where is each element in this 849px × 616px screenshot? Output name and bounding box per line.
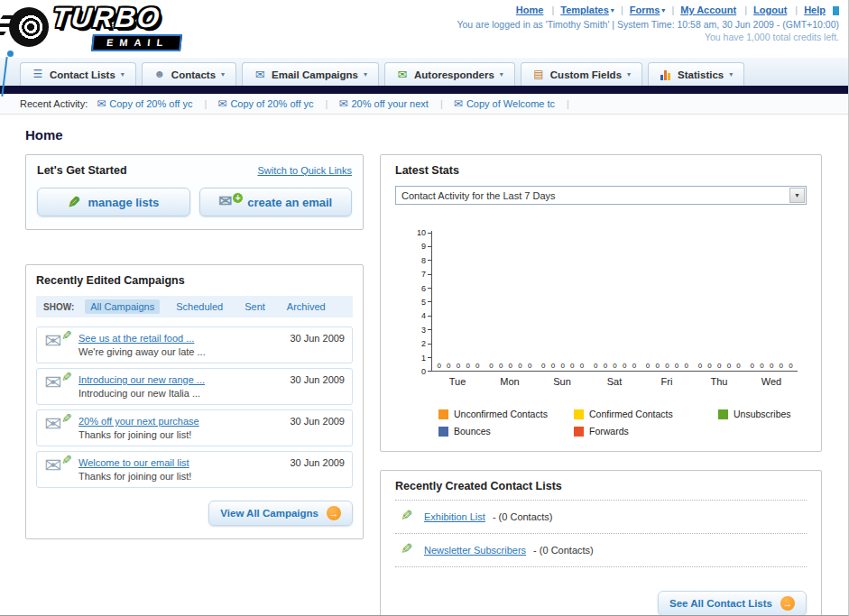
nav-tab-label: Custom Fields bbox=[550, 69, 622, 80]
see-all-contact-lists-button[interactable]: See All Contact Lists bbox=[658, 591, 807, 616]
chart-legend: Unconfirmed ContactsConfirmed ContactsUn… bbox=[438, 409, 807, 437]
chevron-down-icon: ▾ bbox=[627, 70, 631, 78]
legend-swatch bbox=[438, 409, 448, 419]
campaign-list-item[interactable]: Introducing our new range ... Introducin… bbox=[36, 368, 353, 405]
logo-email-text: EMAIL bbox=[91, 34, 182, 51]
contact-lists-title: Recently Created Contact Lists bbox=[395, 480, 562, 492]
contact-list-count: - (0 Contacts) bbox=[493, 511, 553, 522]
legend-item: Confirmed Contacts bbox=[574, 409, 718, 419]
recent-activity-item[interactable]: 20% off your next bbox=[338, 97, 450, 110]
top-nav-link[interactable]: My Account bbox=[680, 5, 736, 15]
legend-item: Unsubscribes bbox=[718, 409, 807, 419]
campaign-list-item[interactable]: Welcome to our email list Thanks for joi… bbox=[36, 451, 353, 488]
campaign-date: 30 Jun 2009 bbox=[290, 416, 345, 427]
chevron-down-icon: ▼ bbox=[789, 188, 805, 203]
recent-activity-label: Recent Activity: bbox=[20, 98, 88, 109]
recent-contact-lists-panel: Recently Created Contact Lists Exhibitio… bbox=[380, 470, 822, 616]
top-nav-link[interactable]: Home bbox=[516, 5, 544, 15]
page: TURBO EMAIL Home Templates ▾ bbox=[0, 0, 849, 616]
recent-activity-link[interactable]: 20% off your next bbox=[351, 98, 428, 109]
pencil-icon bbox=[68, 193, 80, 212]
recent-activity-bar: Recent Activity: Copy of 20% off yc Copy… bbox=[0, 94, 848, 115]
view-all-campaigns-label: View All Campaigns bbox=[220, 508, 318, 519]
campaign-filter-tab[interactable]: All Campaigns bbox=[85, 299, 160, 314]
top-nav-item[interactable]: Forms ▾ bbox=[614, 5, 666, 15]
login-status-text: You are logged in as 'Timothy Smith' | S… bbox=[457, 19, 839, 30]
main-nav-tab[interactable]: Custom Fields ▾ bbox=[521, 62, 642, 86]
top-nav-item[interactable]: Logout bbox=[738, 5, 789, 15]
create-email-label: create an email bbox=[247, 196, 332, 209]
top-nav-link[interactable]: Help bbox=[804, 5, 826, 15]
bar-group-value-labels: 0 0 0 0 0 bbox=[745, 362, 798, 370]
contact-list-item[interactable]: Exhibition List - (0 Contacts) bbox=[395, 501, 807, 534]
nav-tab-icon bbox=[32, 69, 44, 80]
bar-group-value-labels: 0 0 0 0 0 bbox=[641, 362, 693, 370]
stats-period-value: Contact Activity for the Last 7 Days bbox=[401, 190, 556, 201]
campaign-filter-tab[interactable]: Scheduled bbox=[171, 299, 228, 314]
nav-tab-icon bbox=[660, 69, 672, 80]
top-nav-link[interactable]: Templates bbox=[560, 5, 609, 15]
nav-tab-icon bbox=[153, 69, 166, 80]
legend-swatch bbox=[718, 409, 728, 419]
chart-plot-area: 0 0 0 0 00 0 0 0 00 0 0 0 00 0 0 0 00 0 … bbox=[431, 231, 798, 372]
campaign-title-link[interactable]: See us at the retail food ... bbox=[78, 333, 282, 344]
recent-activity-link[interactable]: Copy of 20% off yc bbox=[109, 98, 192, 109]
top-nav-item[interactable]: My Account bbox=[665, 5, 738, 15]
campaign-list-item[interactable]: 20% off your next purchase Thanks for jo… bbox=[36, 409, 353, 446]
recent-activity-item[interactable]: Copy of Welcome tc bbox=[454, 97, 577, 110]
view-all-campaigns-button[interactable]: View All Campaigns bbox=[208, 501, 353, 526]
campaign-list-item[interactable]: See us at the retail food ... We're givi… bbox=[36, 326, 353, 363]
bar-group-value-labels: 0 0 0 0 0 bbox=[484, 362, 537, 370]
campaign-subtitle: Thanks for joining our list! bbox=[78, 429, 282, 440]
top-nav-item[interactable]: Home bbox=[516, 5, 546, 15]
campaign-filter-tab[interactable]: Archived bbox=[281, 299, 331, 314]
top-nav-item[interactable]: Templates ▾ bbox=[545, 5, 614, 15]
contact-list-name-link[interactable]: Exhibition List bbox=[424, 511, 485, 522]
campaign-date: 30 Jun 2009 bbox=[290, 333, 345, 344]
envelope-pencil-icon bbox=[44, 374, 71, 398]
top-nav-link[interactable]: Forms bbox=[630, 5, 660, 15]
credits-text: You have 1,000 total credits left. bbox=[457, 32, 839, 42]
switch-quick-links-link[interactable]: Switch to Quick Links bbox=[257, 165, 352, 176]
help-marker-icon bbox=[833, 6, 839, 15]
manage-lists-button[interactable]: manage lists bbox=[37, 188, 190, 216]
main-nav-tab[interactable]: Contacts ▾ bbox=[142, 62, 236, 86]
chevron-down-icon: ▾ bbox=[121, 70, 125, 78]
main-nav-tab[interactable]: Statistics ▾ bbox=[648, 62, 744, 86]
y-tick-label: 5 bbox=[417, 299, 431, 305]
create-email-button[interactable]: create an email bbox=[199, 188, 353, 216]
campaign-title-link[interactable]: 20% off your next purchase bbox=[78, 416, 282, 427]
envelope-icon bbox=[97, 97, 106, 110]
recent-activity-item[interactable]: Copy of 20% off yc bbox=[97, 97, 215, 110]
logo-turbo-text: TURBO bbox=[51, 2, 162, 34]
contact-list-item[interactable]: Newsletter Subscribers - (0 Contacts) bbox=[395, 534, 807, 567]
campaign-title-link[interactable]: Introducing our new range ... bbox=[78, 374, 282, 385]
envelope-icon bbox=[338, 97, 347, 110]
left-column: Let's Get Started Switch to Quick Links … bbox=[25, 154, 364, 539]
chevron-down-icon: ▾ bbox=[500, 70, 503, 78]
contact-list-name-link[interactable]: Newsletter Subscribers bbox=[424, 545, 526, 556]
main-nav-tab[interactable]: Contact Lists ▾ bbox=[20, 62, 136, 86]
stats-period-select[interactable]: Contact Activity for the Last 7 Days ▼ bbox=[395, 186, 807, 205]
main-nav-tab[interactable]: Email Campaigns ▾ bbox=[242, 62, 379, 86]
legend-item: Forwards bbox=[574, 426, 718, 437]
campaign-title-link[interactable]: Welcome to our email list bbox=[78, 457, 282, 468]
recent-activity-link[interactable]: Copy of 20% off yc bbox=[230, 98, 313, 109]
campaign-list: See us at the retail food ... We're givi… bbox=[36, 326, 353, 488]
main-nav-tab[interactable]: Autoresponders ▾ bbox=[384, 62, 515, 86]
x-axis-label: Tue bbox=[431, 376, 484, 387]
legend-swatch bbox=[438, 427, 448, 437]
campaign-filter-tab[interactable]: Sent bbox=[239, 299, 271, 314]
pencil-icon bbox=[399, 542, 417, 558]
campaign-subtitle: We're giving away our late ... bbox=[78, 346, 282, 357]
show-label: SHOW: bbox=[43, 302, 74, 312]
recent-activity-item[interactable]: Copy of 20% off yc bbox=[217, 97, 336, 110]
stats-title: Latest Stats bbox=[395, 164, 807, 177]
y-tick-label: 9 bbox=[417, 244, 431, 249]
top-nav-item[interactable]: Help bbox=[789, 5, 827, 15]
contact-list-items: Exhibition List - (0 Contacts) Newslette… bbox=[395, 501, 807, 567]
nav-tab-icon bbox=[254, 69, 266, 80]
recent-activity-link[interactable]: Copy of Welcome tc bbox=[466, 98, 555, 109]
arrow-right-icon bbox=[780, 596, 795, 611]
top-nav-link[interactable]: Logout bbox=[753, 5, 787, 15]
